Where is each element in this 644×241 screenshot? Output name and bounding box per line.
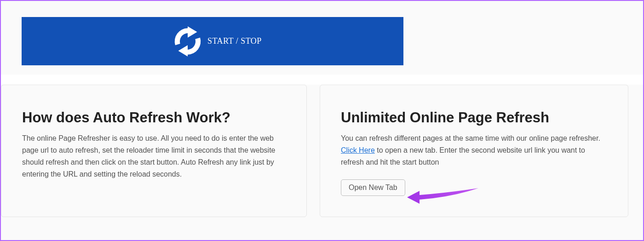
top-banner-section: START / STOP	[1, 17, 643, 75]
body-text-after: to open a new tab. Enter the second webs…	[341, 146, 585, 166]
section-divider	[1, 75, 643, 85]
unlimited-refresh-body: You can refresh different pages at the s…	[341, 132, 607, 168]
body-text-before: You can refresh different pages at the s…	[341, 134, 600, 142]
unlimited-refresh-card: Unlimited Online Page Refresh You can re…	[320, 85, 628, 217]
click-here-link[interactable]: Click Here	[341, 146, 375, 154]
unlimited-refresh-heading: Unlimited Online Page Refresh	[341, 109, 607, 126]
start-stop-banner[interactable]: START / STOP	[22, 17, 403, 65]
info-cards-row: How does Auto Refresh Work? The online P…	[1, 85, 643, 217]
how-it-works-body: The online Page Refresher is easy to use…	[22, 132, 286, 180]
refresh-icon	[169, 23, 207, 60]
how-it-works-card: How does Auto Refresh Work? The online P…	[1, 85, 307, 217]
how-it-works-heading: How does Auto Refresh Work?	[22, 109, 286, 126]
banner-label: START / STOP	[207, 36, 262, 46]
banner-inner: START / STOP	[169, 23, 262, 60]
open-new-tab-button[interactable]: Open New Tab	[341, 179, 405, 196]
